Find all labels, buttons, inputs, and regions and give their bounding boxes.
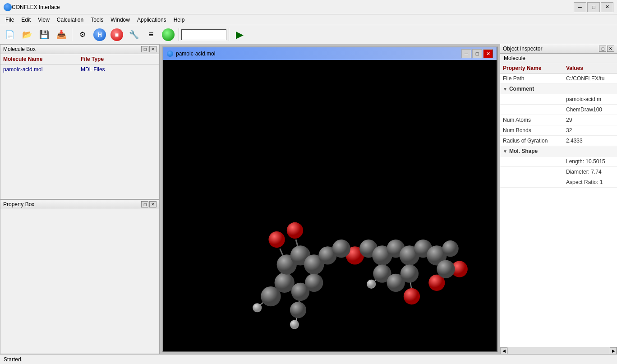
menu-help[interactable]: Help xyxy=(170,16,189,24)
maximize-button[interactable]: □ xyxy=(587,2,600,12)
molecule-list: pamoic-acid.mol MDL Files xyxy=(0,65,159,199)
mol-maximize-button[interactable]: □ xyxy=(472,49,482,58)
import-button[interactable]: 📥 xyxy=(53,27,69,43)
inspector-header-controls: ◻ ✕ xyxy=(599,46,614,52)
h-icon: H xyxy=(93,28,106,41)
prop-name-numbonds: Num Bonds xyxy=(502,126,565,134)
inspector-close[interactable]: ✕ xyxy=(607,46,614,52)
status-text: Started. xyxy=(4,356,23,363)
svg-point-57 xyxy=(437,260,455,278)
prop-val-length: Length: 10.5015 xyxy=(565,157,615,166)
menu-edit[interactable]: Edit xyxy=(18,16,34,24)
mol-minimize-button[interactable]: ─ xyxy=(461,49,471,58)
tool-select-button[interactable]: ⚙ xyxy=(74,27,91,43)
inspector-restore[interactable]: ◻ xyxy=(599,46,606,52)
inspector-body: File Path C:/CONFLEX/tu ▼ Comment pamoic… xyxy=(500,74,617,347)
menu-applications[interactable]: Applications xyxy=(134,16,170,24)
inspector-scrollbar[interactable]: ◀ ▶ xyxy=(500,347,617,354)
new-button[interactable]: 📄 xyxy=(2,27,18,43)
scroll-right-button[interactable]: ▶ xyxy=(610,347,617,354)
inspector-col-headers: Property Name Values xyxy=(500,63,617,74)
inspector-row-filepath: File Path C:/CONFLEX/tu xyxy=(500,74,617,84)
separator-1 xyxy=(72,28,72,41)
molecule-box-restore[interactable]: ◻ xyxy=(141,46,148,52)
inspector-row-numbonds: Num Bonds 32 xyxy=(500,125,617,136)
svg-point-60 xyxy=(290,320,299,329)
molecule-window: pamoic-acid.mol ─ □ ✕ xyxy=(162,46,497,352)
list-button[interactable]: ≡ xyxy=(143,27,159,43)
sphere-button[interactable] xyxy=(160,27,176,43)
mol-close-button[interactable]: ✕ xyxy=(483,49,493,58)
svg-rect-0 xyxy=(164,60,496,351)
prop-val-diameter: Diameter: 7.74 xyxy=(565,168,615,176)
inspector-row-diameter: Diameter: 7.74 xyxy=(500,167,617,177)
property-box-header: Property Box ◻ ✕ xyxy=(0,200,159,209)
svg-point-35 xyxy=(404,288,420,304)
wrench-button[interactable]: 🔧 xyxy=(126,27,142,43)
molecule-type-value: MDL Files xyxy=(80,65,157,74)
scroll-track[interactable] xyxy=(507,347,610,354)
property-box-restore[interactable]: ◻ xyxy=(141,201,148,207)
app-title: CONFLEX Interface xyxy=(12,4,574,10)
molecule-name-value: pamoic-acid.mol xyxy=(2,65,80,74)
toolbar-search[interactable] xyxy=(181,29,226,40)
menu-bar: File Edit View Calculation Tools Window … xyxy=(0,14,617,25)
wrench-icon: 🔧 xyxy=(129,30,139,40)
toolbar: 📄 📂 💾 📥 ⚙ H ■ 🔧 ≡ ▶ xyxy=(0,25,617,44)
stop-button[interactable]: ■ xyxy=(109,27,125,43)
prop-val-radgyration: 2.4333 xyxy=(565,137,615,145)
prop-name-filepath: File Path xyxy=(502,74,565,83)
inspector-row-molshape[interactable]: ▼ Mol. Shape xyxy=(500,146,617,157)
inspector-subheader: Molecule xyxy=(500,54,617,63)
hydrogen-button[interactable]: H xyxy=(92,27,108,43)
minimize-button[interactable]: ─ xyxy=(574,2,586,12)
inspector-row-comment[interactable]: ▼ Comment xyxy=(500,84,617,94)
inspector-row-length: Length: 10.5015 xyxy=(500,157,617,167)
prop-val-comment1: pamoic-acid.m xyxy=(565,95,615,103)
menu-calculation[interactable]: Calculation xyxy=(53,16,87,24)
menu-tools[interactable]: Tools xyxy=(87,16,107,24)
center-panel: pamoic-acid.mol ─ □ ✕ xyxy=(160,44,500,354)
property-box-controls: ◻ ✕ xyxy=(141,201,157,207)
tool-select-icon: ⚙ xyxy=(79,30,86,39)
molecule-table-header: Molecule Name File Type xyxy=(0,54,159,65)
prop-name-empty1 xyxy=(502,95,565,103)
scroll-left-button[interactable]: ◀ xyxy=(500,347,507,354)
inspector-title: Object Inspector xyxy=(503,46,542,52)
run-button[interactable]: ▶ xyxy=(231,27,248,43)
svg-point-33 xyxy=(287,222,303,239)
property-list xyxy=(0,209,159,354)
molecule-box-close[interactable]: ✕ xyxy=(149,46,157,52)
svg-point-55 xyxy=(401,265,419,283)
mol-window-icon xyxy=(167,51,173,57)
close-button[interactable]: ✕ xyxy=(601,2,613,12)
prop-name-empty3 xyxy=(502,157,565,166)
save-button[interactable]: 💾 xyxy=(36,27,52,43)
sphere-icon xyxy=(162,28,175,41)
prop-name-empty4 xyxy=(502,168,565,176)
separator-2 xyxy=(179,28,179,41)
import-icon: 📥 xyxy=(56,30,66,40)
status-bar: Started. xyxy=(0,354,617,364)
run-icon: ▶ xyxy=(236,29,244,41)
prop-name-molshape: ▼ Mol. Shape xyxy=(502,147,565,155)
svg-point-39 xyxy=(275,273,295,293)
molecule-svg xyxy=(163,60,497,351)
property-box-close[interactable]: ✕ xyxy=(149,201,157,207)
title-bar: CONFLEX Interface ─ □ ✕ xyxy=(0,0,617,14)
left-panel: Molecule Box ◻ ✕ Molecule Name File Type… xyxy=(0,44,160,354)
menu-view[interactable]: View xyxy=(34,16,53,24)
open-button[interactable]: 📂 xyxy=(19,27,35,43)
prop-name-numatoms: Num Atoms xyxy=(502,116,565,124)
menu-file[interactable]: File xyxy=(2,16,18,24)
mol-title-left: pamoic-acid.mol xyxy=(167,51,215,57)
molecule-row[interactable]: pamoic-acid.mol MDL Files xyxy=(0,65,159,74)
svg-point-41 xyxy=(290,302,306,318)
prop-name-empty2 xyxy=(502,106,565,114)
svg-point-58 xyxy=(442,240,458,257)
svg-point-47 xyxy=(332,240,350,258)
menu-window[interactable]: Window xyxy=(107,16,134,24)
prop-val-molshape xyxy=(565,147,615,155)
inspector-header: Object Inspector ◻ ✕ xyxy=(500,44,617,54)
molecule-window-title: pamoic-acid.mol ─ □ ✕ xyxy=(163,47,497,60)
